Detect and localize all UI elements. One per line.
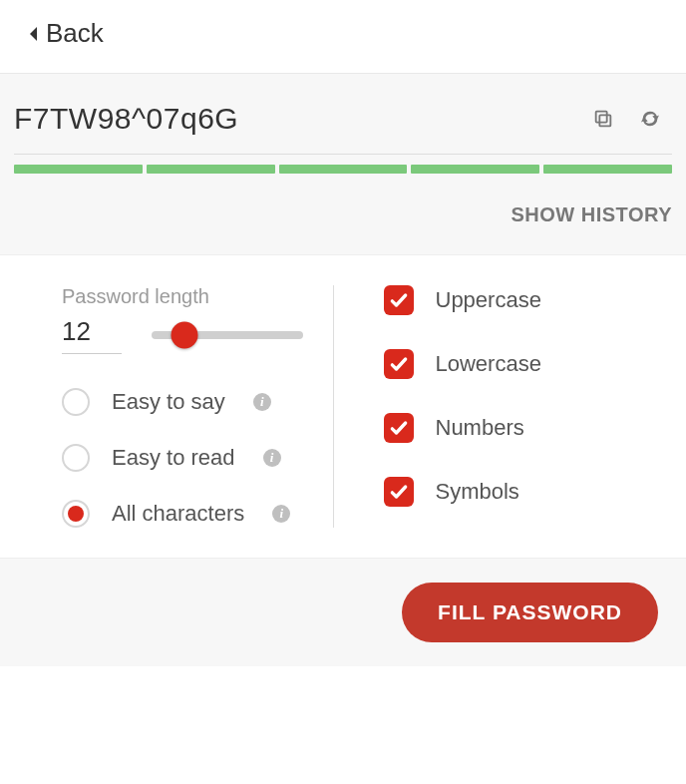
app-root: Back F7TW98^07q6G [0, 0, 686, 666]
show-history-button[interactable]: SHOW HISTORY [14, 203, 672, 226]
charset-uppercase[interactable]: Uppercase [384, 285, 625, 315]
svg-rect-1 [596, 112, 607, 123]
header: Back [0, 0, 686, 74]
slider-thumb[interactable] [172, 322, 198, 349]
mode-label: Easy to say [112, 389, 225, 415]
options-panel: Password length 12 Easy to say i Easy to… [0, 255, 686, 558]
check-icon [389, 290, 409, 310]
radio-icon [62, 500, 90, 528]
copy-button[interactable] [592, 108, 614, 130]
strength-segment [14, 165, 143, 174]
charset-symbols[interactable]: Symbols [384, 477, 625, 507]
length-value[interactable]: 12 [62, 316, 122, 354]
fill-password-button[interactable]: FILL PASSWORD [402, 583, 658, 642]
charset-label: Lowercase [436, 351, 541, 377]
info-icon[interactable]: i [263, 449, 281, 467]
length-row: 12 [62, 316, 303, 354]
back-label: Back [46, 18, 104, 49]
length-label: Password length [62, 285, 303, 308]
generated-password: F7TW98^07q6G [14, 102, 238, 136]
strength-segment [279, 165, 408, 174]
mode-option-all-characters[interactable]: All characters i [62, 500, 303, 528]
divider [14, 154, 672, 155]
mode-option-easy-to-say[interactable]: Easy to say i [62, 388, 303, 416]
copy-icon [592, 108, 614, 130]
regenerate-button[interactable] [638, 108, 662, 130]
password-section: F7TW98^07q6G [0, 74, 686, 255]
checkbox-checked-icon [384, 413, 414, 443]
strength-segment [147, 165, 275, 174]
charset-label: Numbers [436, 415, 524, 441]
password-actions [592, 108, 672, 130]
chevron-left-icon [28, 25, 40, 43]
radio-icon [62, 388, 90, 416]
mode-label: All characters [112, 501, 244, 527]
svg-rect-0 [599, 115, 610, 126]
options-left: Password length 12 Easy to say i Easy to… [62, 285, 334, 528]
charset-label: Symbols [436, 479, 519, 505]
info-icon[interactable]: i [253, 393, 271, 411]
mode-option-easy-to-read[interactable]: Easy to read i [62, 444, 303, 472]
check-icon [389, 354, 409, 374]
checkbox-checked-icon [384, 285, 414, 315]
password-display-row: F7TW98^07q6G [14, 102, 672, 150]
strength-segment [543, 165, 672, 174]
footer: FILL PASSWORD [0, 558, 686, 666]
checkbox-checked-icon [384, 477, 414, 507]
options-right: Uppercase Lowercase Numbers Symbols [334, 285, 625, 528]
charset-numbers[interactable]: Numbers [384, 413, 625, 443]
charset-lowercase[interactable]: Lowercase [384, 349, 625, 379]
radio-icon [62, 444, 90, 472]
charset-label: Uppercase [436, 287, 541, 313]
check-icon [389, 482, 409, 502]
info-icon[interactable]: i [272, 505, 290, 523]
length-slider[interactable] [152, 320, 303, 350]
strength-meter [14, 165, 672, 174]
strength-segment [411, 165, 539, 174]
back-button[interactable]: Back [28, 18, 104, 49]
check-icon [389, 418, 409, 438]
mode-label: Easy to read [112, 445, 235, 471]
checkbox-checked-icon [384, 349, 414, 379]
refresh-icon [638, 108, 662, 130]
radio-selected-dot [68, 506, 84, 522]
